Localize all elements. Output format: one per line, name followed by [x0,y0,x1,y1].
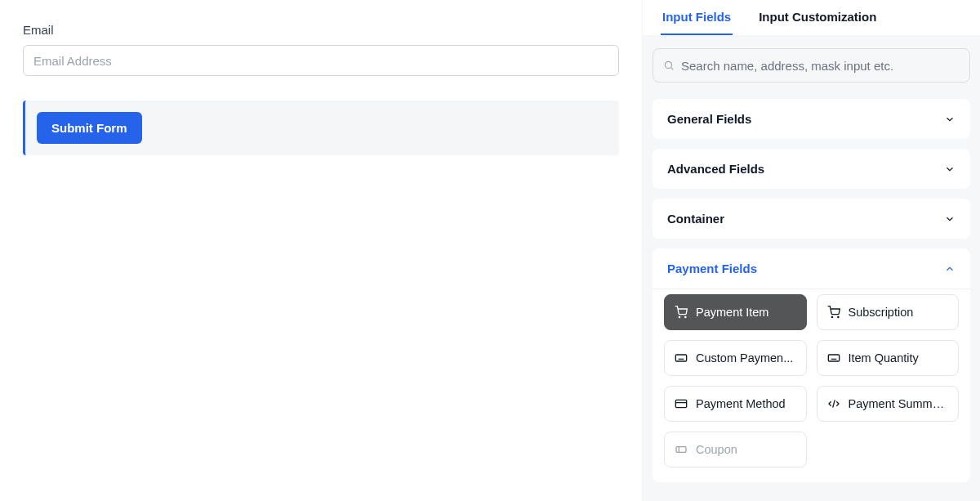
section-general-fields: General Fields [653,99,970,139]
field-card-label: Payment Item [696,306,768,319]
svg-point-4 [831,316,832,317]
submit-button[interactable]: Submit Form [37,112,142,144]
chevron-up-icon [944,263,956,275]
field-card-label: Item Quantity [849,351,919,365]
svg-point-0 [665,61,671,68]
svg-rect-21 [676,447,686,453]
field-card-item-quantity[interactable]: Item Quantity [817,340,960,376]
keyboard-icon [675,351,688,365]
code-icon [827,397,840,410]
section-title: Advanced Fields [667,162,764,176]
section-header-advanced[interactable]: Advanced Fields [653,149,970,189]
chevron-down-icon [944,213,956,225]
chevron-down-icon [944,163,956,175]
field-card-label: Custom Paymen... [696,351,793,365]
svg-point-5 [837,316,838,317]
ticket-icon [675,443,688,456]
field-card-label: Coupon [696,443,737,456]
section-header-container[interactable]: Container [653,199,970,239]
payment-fields-body: Payment Item Subscription [653,289,970,482]
svg-point-2 [679,316,679,317]
field-card-subscription[interactable]: Subscription [817,294,960,330]
svg-line-20 [832,400,835,407]
email-field[interactable] [23,45,619,76]
chevron-down-icon [944,114,956,125]
keyboard-icon [827,351,840,365]
cart-icon [827,306,840,319]
section-payment-fields: Payment Fields Payment Item [653,248,970,482]
section-header-payment[interactable]: Payment Fields [653,248,970,289]
email-label: Email [23,23,619,37]
sidebar-tabs: Input Fields Input Customization [643,0,980,35]
field-card-coupon[interactable]: Coupon [664,432,807,467]
search-input[interactable] [681,59,960,73]
field-card-payment-method[interactable]: Payment Method [664,386,807,422]
section-header-general[interactable]: General Fields [653,99,970,139]
field-card-label: Subscription [849,306,914,319]
credit-card-icon [675,397,688,410]
field-card-custom-payment[interactable]: Custom Paymen... [664,340,807,376]
svg-point-3 [685,316,686,317]
form-canvas: Email Submit Form [0,0,642,501]
section-title: Payment Fields [667,262,757,275]
search-icon [663,60,675,71]
section-title: General Fields [667,112,751,126]
section-title: Container [667,212,724,226]
email-field-group: Email [23,23,619,76]
field-card-label: Payment Method [696,397,786,410]
field-card-payment-item[interactable]: Payment Item [664,294,807,330]
tab-input-customization[interactable]: Input Customization [757,0,878,35]
field-card-label: Payment Summa... [849,397,949,410]
field-card-payment-summary[interactable]: Payment Summa... [817,386,960,422]
section-container: Container [653,199,970,239]
submit-area[interactable]: Submit Form [23,101,619,155]
svg-rect-6 [675,355,686,361]
svg-rect-12 [828,355,839,361]
svg-line-1 [671,68,674,70]
right-sidebar: Input Fields Input Customization General… [642,0,980,501]
section-advanced-fields: Advanced Fields [653,149,970,189]
sidebar-body: General Fields Advanced Fields [643,35,980,501]
tab-input-fields[interactable]: Input Fields [661,0,733,35]
cart-icon [675,306,688,319]
search-box[interactable] [653,48,970,83]
svg-rect-18 [675,400,686,407]
